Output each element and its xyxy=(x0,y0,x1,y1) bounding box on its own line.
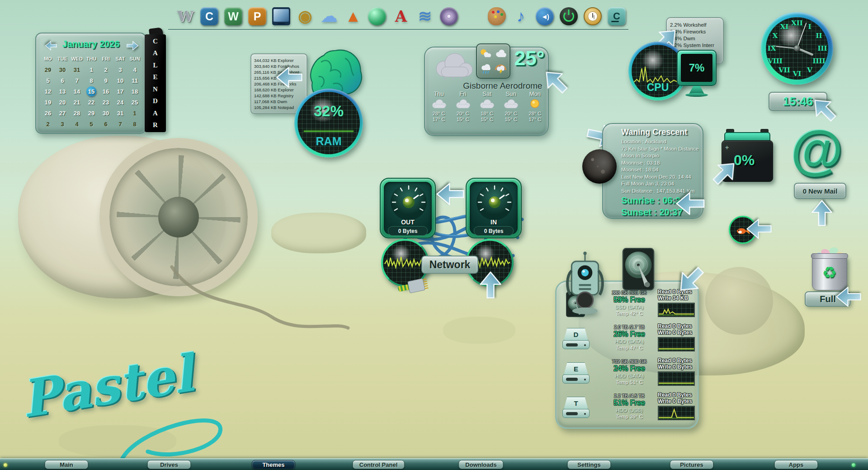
taskbar-button-apps[interactable]: Apps xyxy=(774,460,818,469)
network-out-label: OUT xyxy=(381,218,435,226)
calendar-day[interactable]: 8 xyxy=(130,119,140,129)
taskbar-button-drives[interactable]: Drives xyxy=(147,460,191,469)
disk-write: Write 0 Bytes xyxy=(658,330,697,336)
alarm-clock-icon[interactable] xyxy=(584,7,602,25)
paint-palette-icon[interactable] xyxy=(488,7,506,25)
disk-type: SSD (SATA) xyxy=(602,304,657,311)
green-w-icon[interactable]: W xyxy=(224,7,242,25)
cpu-percent: 7% xyxy=(681,54,712,82)
calendar-day[interactable]: 7 xyxy=(115,119,125,129)
drive-icon-t[interactable]: T xyxy=(564,397,588,418)
network-in-gauge[interactable]: IN 0 Bytes xyxy=(466,178,522,238)
paintshop-icon[interactable]: P xyxy=(248,7,266,25)
ram-gauge[interactable]: 32% RAM xyxy=(294,89,363,157)
calendar-day[interactable]: 27 xyxy=(57,108,67,118)
ram-arrow-icon[interactable] xyxy=(275,64,304,90)
vlc-cone-icon[interactable]: ▲ xyxy=(344,7,362,25)
calendar-day[interactable]: 3 xyxy=(57,119,67,129)
fish-arrow-icon[interactable] xyxy=(745,216,773,242)
calendar-day[interactable]: 3 xyxy=(115,65,125,75)
calendar-day[interactable]: 2 xyxy=(101,65,111,75)
calendar-today[interactable]: 15 xyxy=(86,86,96,96)
disk-row-d[interactable]: D2.0 TB /2.7 TB26% FreeHDD (SATA)Temp 47… xyxy=(557,323,698,357)
film-reel-icon[interactable]: ◉ xyxy=(296,7,314,25)
network-out-gauge[interactable]: OUT 0 Bytes xyxy=(380,178,436,238)
calendar-day[interactable]: 4 xyxy=(72,119,82,129)
taskbar-button-pictures[interactable]: Pictures xyxy=(670,460,713,469)
calendar-day[interactable]: 7 xyxy=(72,76,82,85)
calendar-day[interactable]: 11 xyxy=(130,76,140,85)
calendar-day[interactable]: 18 xyxy=(130,86,140,96)
calendar-day[interactable]: 31 xyxy=(72,65,82,75)
dvd-disc-icon[interactable] xyxy=(440,7,458,25)
calendar-day[interactable]: 23 xyxy=(101,97,111,107)
calendar-day[interactable]: 30 xyxy=(101,108,111,118)
cloud-download-icon[interactable]: ☁ xyxy=(320,7,338,25)
disk-row-t[interactable]: T2.2 TB /4.5 TB51% FreeHDD (USB)Temp 39°… xyxy=(557,391,698,426)
drive-letter: T xyxy=(564,397,588,409)
taskbar-button-settings[interactable]: Settings xyxy=(567,460,611,469)
calendar-grid: MOTUEWEDTHUFRISATSUN29303112345678910111… xyxy=(41,53,142,130)
taskbar-button-main[interactable]: Main xyxy=(45,460,88,469)
calendar-day[interactable]: 4 xyxy=(130,65,140,75)
calendar-day[interactable]: 31 xyxy=(115,108,125,118)
drive-icon-d[interactable]: D xyxy=(564,328,588,350)
calendar-day[interactable]: 29 xyxy=(43,65,53,75)
calendar-day[interactable]: 29 xyxy=(86,108,96,118)
calendar-day[interactable]: 25 xyxy=(130,97,140,107)
taskbar-button-control-panel[interactable]: Control Panel xyxy=(353,460,405,469)
calendar-day[interactable]: 9 xyxy=(101,76,111,85)
moon-arrow-right-icon[interactable] xyxy=(675,189,706,218)
calendar-day[interactable]: 28 xyxy=(72,108,82,118)
mail-arrow-icon[interactable] xyxy=(809,199,835,228)
calendar-day-header: FRI xyxy=(102,56,110,62)
calendar-day[interactable]: 17 xyxy=(115,86,125,96)
calendar-day[interactable]: 2 xyxy=(43,119,53,129)
disk-row-e[interactable]: E702 GB /930 GB24% FreeHDD (SATA)Temp 51… xyxy=(557,357,698,391)
corel-icon[interactable]: C xyxy=(200,7,218,25)
monitor-icon[interactable] xyxy=(272,7,290,25)
calendar-day[interactable]: 12 xyxy=(43,86,53,96)
windows-icon[interactable] xyxy=(464,7,482,25)
weather-icons-panel[interactable] xyxy=(476,43,510,79)
wave-shelf-icon[interactable]: ≋ xyxy=(416,7,434,25)
winamp-icon[interactable]: W xyxy=(176,7,194,25)
network-arrow-up-icon[interactable] xyxy=(477,270,504,300)
music-note-icon[interactable]: ♪ xyxy=(512,7,530,25)
calendar-day[interactable]: 26 xyxy=(43,108,53,118)
calendar-day[interactable]: 22 xyxy=(86,97,96,107)
calendar-day[interactable]: 5 xyxy=(86,119,96,129)
volume-icon[interactable]: ◄) xyxy=(536,7,554,25)
calendar-day[interactable]: 6 xyxy=(57,76,67,85)
calendar-day[interactable]: 5 xyxy=(43,76,53,85)
taskbar-button-themes[interactable]: Themes xyxy=(252,460,295,469)
calendar-widget[interactable]: January 2026 MOTUEWEDTHUFRISATSUN2930311… xyxy=(35,33,146,134)
calendar-day[interactable]: 24 xyxy=(115,97,125,107)
c-drive-icon[interactable]: C xyxy=(608,7,626,25)
power-icon[interactable] xyxy=(560,7,578,25)
calendar-day[interactable]: 21 xyxy=(72,97,82,107)
clock-numeral: I xyxy=(808,23,811,31)
calendar-day[interactable]: 1 xyxy=(86,65,96,75)
adobe-reader-icon[interactable]: A xyxy=(392,7,410,25)
recycle-arrow-icon[interactable] xyxy=(835,284,863,309)
calendar-day[interactable]: 19 xyxy=(43,97,53,107)
calendar-tab[interactable]: CALENDAR xyxy=(145,34,166,132)
network-arrow-left-icon[interactable] xyxy=(435,180,466,208)
calendar-day[interactable]: 1 xyxy=(130,108,140,118)
calendar-day[interactable]: 30 xyxy=(57,65,67,75)
mail-at-icon[interactable]: @ xyxy=(788,123,846,176)
calendar-day[interactable]: 16 xyxy=(101,86,111,96)
green-orb-icon[interactable] xyxy=(368,7,386,25)
taskbar-button-downloads[interactable]: Downloads xyxy=(458,460,503,469)
calendar-day[interactable]: 6 xyxy=(101,119,111,129)
cpu-monitor[interactable]: 7% xyxy=(677,50,717,86)
calendar-day[interactable]: 10 xyxy=(115,76,125,85)
analog-clock[interactable]: XIIIIIIIIIIIIVVIVIIVIIIIXXXI xyxy=(761,12,833,85)
calendar-next-month-arrow-icon[interactable] xyxy=(126,40,139,52)
calendar-day[interactable]: 8 xyxy=(86,76,96,85)
calendar-day[interactable]: 14 xyxy=(72,86,82,96)
calendar-day[interactable]: 13 xyxy=(57,86,67,96)
drive-icon-e[interactable]: E xyxy=(564,362,588,384)
calendar-day[interactable]: 20 xyxy=(57,97,67,107)
